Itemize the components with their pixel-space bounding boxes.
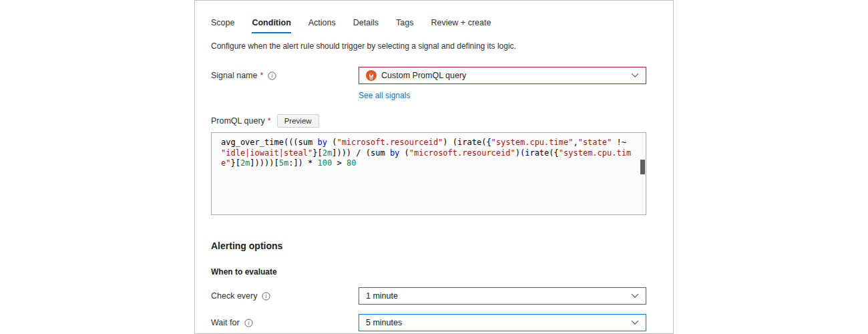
condition-description: Configure when the alert rule should tri… (211, 41, 646, 51)
signal-name-row: Signal name * i Custom PromQL query (211, 67, 646, 84)
info-icon[interactable]: i (268, 71, 276, 80)
check-every-field: 1 minute (359, 287, 646, 305)
chevron-down-icon (631, 293, 639, 299)
tab-review-create[interactable]: Review + create (431, 18, 491, 33)
scrollbar-thumb[interactable] (640, 160, 645, 174)
signal-name-label-cell: Signal name * i (211, 71, 359, 80)
wait-for-field: 5 minutes (359, 314, 646, 331)
chevron-down-icon (631, 73, 639, 78)
when-to-evaluate-heading: When to evaluate (211, 267, 646, 277)
signal-name-label: Signal name (211, 71, 258, 80)
required-asterisk: * (260, 71, 264, 80)
see-all-signals-link[interactable]: See all signals (359, 91, 410, 100)
tab-details[interactable]: Details (353, 18, 379, 33)
wait-for-select[interactable]: 5 minutes (359, 314, 646, 331)
promql-label-row: PromQL query * Preview (211, 114, 646, 128)
info-icon[interactable]: i (244, 319, 253, 327)
tab-scope[interactable]: Scope (211, 18, 234, 33)
promql-code[interactable]: avg_over_time(((sum by ("microsoft.resou… (212, 133, 646, 174)
promql-query-label: PromQL query (211, 116, 265, 126)
signal-name-value: Custom PromQL query (381, 71, 466, 80)
chevron-down-icon (631, 320, 639, 325)
preview-badge: Preview (277, 114, 319, 128)
svg-text:i: i (272, 72, 274, 79)
promql-query-editor[interactable]: avg_over_time(((sum by ("microsoft.resou… (211, 132, 646, 215)
tab-tags[interactable]: Tags (396, 18, 413, 33)
check-every-label-cell: Check every i (211, 291, 359, 301)
check-every-value: 1 minute (366, 291, 398, 301)
svg-text:i: i (266, 293, 268, 299)
svg-text:i: i (248, 319, 250, 326)
check-every-label: Check every (211, 291, 257, 301)
signal-name-field: Custom PromQL query (359, 67, 646, 84)
tab-bar: Scope Condition Actions Details Tags Rev… (211, 1, 646, 33)
wait-for-value: 5 minutes (366, 318, 402, 327)
check-every-row: Check every i 1 minute (211, 287, 646, 305)
see-all-signals-row: See all signals (359, 89, 646, 101)
wait-for-label: Wait for (211, 318, 240, 327)
prometheus-icon (366, 70, 377, 81)
tab-actions[interactable]: Actions (308, 18, 336, 33)
wait-for-row: Wait for i 5 minutes (211, 314, 646, 331)
check-every-select[interactable]: 1 minute (359, 287, 646, 305)
alerting-options-heading: Alerting options (211, 240, 646, 251)
alert-rule-condition-panel: Scope Condition Actions Details Tags Rev… (194, 0, 674, 334)
tab-condition[interactable]: Condition (252, 18, 290, 33)
required-asterisk: * (268, 116, 271, 126)
info-icon[interactable]: i (262, 292, 270, 301)
wait-for-label-cell: Wait for i (211, 318, 359, 327)
signal-name-select[interactable]: Custom PromQL query (359, 67, 646, 84)
